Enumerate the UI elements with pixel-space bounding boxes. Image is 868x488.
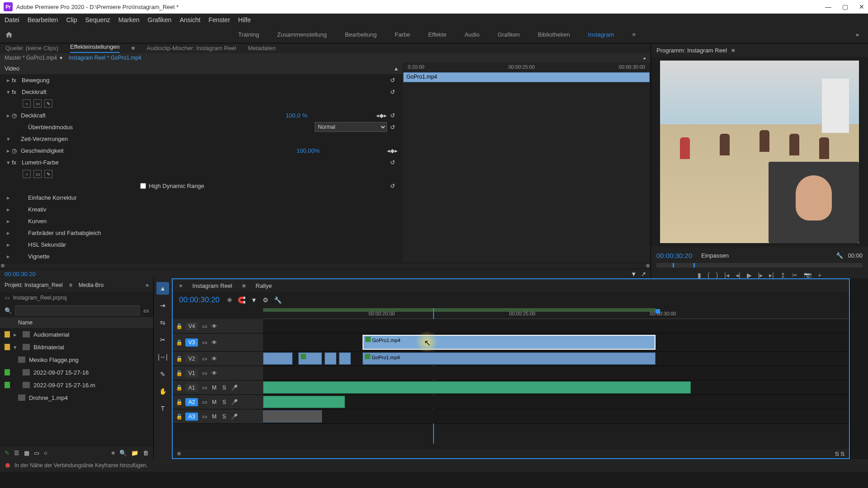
play-icon[interactable]: ▶ xyxy=(747,272,752,279)
mark-out-icon[interactable]: } xyxy=(716,272,718,279)
prop-hsl-secondary[interactable]: ▸HSL Sekundär xyxy=(0,239,402,250)
next-key-icon[interactable]: ▸ xyxy=(384,112,387,119)
effect-timeline[interactable]: 0:20:00 00:00:25:00 00:00:30:00 GoPro1.m… xyxy=(402,62,651,262)
panel-menu-icon[interactable]: ≡ xyxy=(731,47,735,54)
solo-icon[interactable]: S xyxy=(221,413,228,420)
audio-clip[interactable] xyxy=(263,410,322,422)
video-clip[interactable] xyxy=(263,352,292,364)
icon-view-icon[interactable]: ▦ xyxy=(24,450,29,456)
mute-icon[interactable]: M xyxy=(211,413,218,420)
prop-basic-correction[interactable]: ▸Einfache Korrektur xyxy=(0,192,402,203)
voice-icon[interactable]: 🎤 xyxy=(231,413,238,420)
audio-clip[interactable] xyxy=(263,396,345,408)
close-seq-icon[interactable]: × xyxy=(179,282,183,289)
zoom-slider[interactable]: ○ xyxy=(44,450,47,456)
tab-source[interactable]: Quelle: (keine Clips) xyxy=(5,45,58,52)
reset-icon[interactable]: ↺ xyxy=(387,159,398,166)
menu-fenster[interactable]: Fenster xyxy=(208,16,230,23)
prop-deckkraft[interactable]: ▾fxDeckkraft↺ xyxy=(0,86,402,98)
stopwatch-icon[interactable]: ◷ xyxy=(12,112,21,119)
mark-in-icon[interactable]: { xyxy=(708,272,710,279)
voice-icon[interactable]: 🎤 xyxy=(231,385,238,391)
ws-bearbeitung[interactable]: Bearbeitung xyxy=(345,31,377,38)
ws-effekte[interactable]: Effekte xyxy=(428,31,446,38)
solo-icon[interactable]: S xyxy=(221,385,228,391)
fx-badge-icon[interactable]: fx xyxy=(12,89,19,95)
prop-hdr[interactable]: High Dynamic Range↺ xyxy=(0,180,402,192)
lift-icon[interactable]: ↥ xyxy=(780,272,786,279)
hand-tool-icon[interactable]: ✋ xyxy=(156,385,169,398)
prop-vignette[interactable]: ▸Vignette xyxy=(0,250,402,262)
ws-audio[interactable]: Audio xyxy=(464,31,479,38)
menu-marken[interactable]: Marken xyxy=(118,16,140,23)
col-name[interactable]: Name xyxy=(18,319,33,326)
toggle-output-icon[interactable]: 👁 xyxy=(211,370,218,376)
target-icon[interactable]: ▭ xyxy=(201,356,208,362)
linked-selection-icon[interactable]: 🧲 xyxy=(238,296,245,304)
panel-overflow-icon[interactable]: » xyxy=(146,282,149,288)
prev-key-icon[interactable]: ◂ xyxy=(387,147,390,154)
blend-mode-select[interactable]: Normal xyxy=(315,122,387,132)
timeline-timecode[interactable]: 00:00:30:20 xyxy=(179,296,220,305)
prop-bewegung[interactable]: ▸fxBewegung↺ xyxy=(0,74,402,86)
marker-icon[interactable]: ▼ xyxy=(251,296,257,304)
fx-badge-icon[interactable]: fx xyxy=(12,159,19,166)
pen-tool-icon[interactable]: ✎ xyxy=(156,368,169,380)
reset-icon[interactable]: ↺ xyxy=(387,112,398,119)
pen-mask-icon[interactable]: ✎ xyxy=(44,170,52,178)
list-item[interactable]: 2022-09-07 15-27-16.m xyxy=(0,379,153,391)
add-marker-icon[interactable]: ▮ xyxy=(698,272,701,279)
go-out-icon[interactable]: ▸| xyxy=(769,272,774,279)
video-clip[interactable] xyxy=(325,352,336,364)
freeform-view-icon[interactable]: ▭ xyxy=(34,450,39,456)
reset-icon[interactable]: ↺ xyxy=(387,124,398,131)
video-clip[interactable] xyxy=(298,352,322,364)
ws-farbe[interactable]: Farbe xyxy=(395,31,410,38)
prop-blend-mode[interactable]: ÜberblendmodusNormal↺ xyxy=(0,121,402,133)
lock-icon[interactable]: 🔒 xyxy=(175,385,183,391)
ws-training[interactable]: Training xyxy=(238,31,259,38)
panel-menu-icon[interactable]: ≡ xyxy=(242,282,246,289)
toggle-output-icon[interactable]: 👁 xyxy=(211,339,218,346)
sort-icon[interactable]: ≡ xyxy=(111,450,115,456)
hdr-checkbox[interactable] xyxy=(140,183,146,189)
tab-metadata[interactable]: Metadaten xyxy=(248,45,275,52)
extract-icon[interactable]: ✂ xyxy=(792,272,797,279)
ws-grafiken[interactable]: Grafiken xyxy=(498,31,520,38)
reset-icon[interactable]: ↺ xyxy=(387,183,398,189)
solo-icon[interactable]: S xyxy=(221,399,228,405)
slip-tool-icon[interactable]: |↔| xyxy=(156,351,169,363)
timeline-tab-active[interactable]: Instagram Reel xyxy=(193,282,232,289)
list-view-icon[interactable]: ☰ xyxy=(14,450,19,456)
video-clip[interactable] xyxy=(339,352,351,364)
track-body[interactable]: GoPro1.mp4 xyxy=(263,352,849,366)
target-icon[interactable]: ▭ xyxy=(201,413,208,420)
prop-time-remap[interactable]: ▾Zeit-Verzerrungen xyxy=(0,133,402,145)
list-item[interactable]: ▾Bildmaterial xyxy=(0,341,153,353)
section-toggle-icon[interactable]: ▴ xyxy=(395,65,398,72)
list-item[interactable]: Drohne_1.mp4 xyxy=(0,391,153,404)
effect-timecode[interactable]: 00:00:30:20 xyxy=(5,271,36,277)
zoom-select[interactable]: Einpassen xyxy=(701,252,729,259)
video-clip-selected[interactable]: GoPro1.mp4 xyxy=(363,335,656,350)
list-item[interactable]: ▸Audiomaterial xyxy=(0,328,153,341)
selection-tool-icon[interactable]: ▲ xyxy=(156,282,169,295)
new-bin-icon[interactable]: 📁 xyxy=(131,450,138,456)
type-tool-icon[interactable]: T xyxy=(156,402,169,415)
go-in-icon[interactable]: |◂ xyxy=(724,272,729,279)
menu-hilfe[interactable]: Hilfe xyxy=(238,16,251,23)
program-tab[interactable]: Programm: Instagram Reel xyxy=(656,47,727,54)
target-icon[interactable]: ▭ xyxy=(201,399,208,405)
filter-icon[interactable]: ▭ xyxy=(143,307,149,314)
mute-icon[interactable]: M xyxy=(211,399,218,405)
menu-clip[interactable]: Clip xyxy=(66,16,77,23)
program-scrubber[interactable] xyxy=(656,263,863,267)
filter-icon[interactable]: ▼ xyxy=(631,271,637,277)
audio-meter[interactable] xyxy=(850,278,868,459)
track-body[interactable] xyxy=(263,319,849,333)
toggle-output-icon[interactable]: 👁 xyxy=(211,323,218,329)
track-body[interactable] xyxy=(263,366,849,380)
tab-audio-mixer[interactable]: Audioclip-Mischer: Instagram Reel xyxy=(146,45,236,52)
lock-icon[interactable]: 🔒 xyxy=(175,413,183,420)
track-select-tool-icon[interactable]: ⇥ xyxy=(156,299,169,312)
